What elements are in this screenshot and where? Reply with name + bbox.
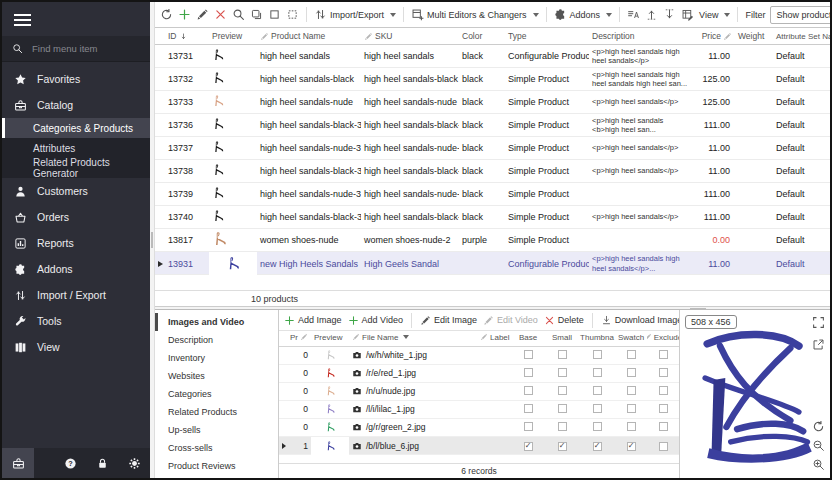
base-checkbox[interactable] (524, 404, 533, 413)
base-checkbox[interactable] (524, 422, 533, 431)
paste-special-icon[interactable] (286, 8, 299, 21)
column-header-small[interactable]: Small (545, 333, 579, 342)
tab-inventory[interactable]: Inventory (155, 349, 278, 367)
column-header-description[interactable]: Description (589, 31, 691, 41)
thumbnail-checkbox[interactable] (593, 386, 602, 395)
tab-related-products[interactable]: Related Products (155, 403, 278, 421)
sidebar-item-import-export[interactable]: Import / Export (2, 282, 150, 308)
image-row[interactable]: 0 /r/e/red_1.jpg (279, 365, 679, 383)
row-height-decrease-icon[interactable] (663, 8, 676, 21)
sidebar-item-favorites[interactable]: Favorites (2, 66, 150, 92)
swatch-checkbox[interactable] (627, 442, 636, 451)
thumbnail-checkbox[interactable] (593, 350, 602, 359)
column-header-weight[interactable]: Weight (735, 31, 773, 41)
auto-column-width-icon[interactable] (627, 8, 640, 21)
column-header-price[interactable]: Price (691, 31, 735, 41)
edit-grid-icon[interactable] (681, 8, 694, 21)
thumbnail-checkbox[interactable] (593, 368, 602, 377)
exclude-checkbox[interactable] (659, 368, 668, 377)
small-checkbox[interactable] (558, 422, 567, 431)
search-icon[interactable] (232, 8, 245, 21)
tab-description[interactable]: Description (155, 331, 278, 349)
fit-to-window-icon[interactable] (812, 316, 825, 329)
import-export-button[interactable]: Import/Export (314, 8, 396, 21)
sidebar-item-attributes[interactable]: Attributes (2, 138, 150, 158)
column-header-attribute-set[interactable]: Attribute Set Name (773, 32, 830, 41)
table-row[interactable]: 13736 high heel sandals-black-36 high he… (155, 114, 830, 137)
exclude-checkbox[interactable] (659, 350, 668, 359)
thumbnail-checkbox[interactable] (593, 422, 602, 431)
table-row[interactable]: 13733 high heel sandals-nude high heel s… (155, 91, 830, 114)
column-header-color[interactable]: Color (459, 31, 505, 41)
tab-cross-sells[interactable]: Cross-sells (155, 439, 278, 457)
sidebar-item-categories-products[interactable]: Categories & Products (2, 118, 150, 138)
swatch-checkbox[interactable] (627, 422, 636, 431)
multi-editors-button[interactable]: Multi Editors & Changers (411, 8, 539, 21)
swatch-checkbox[interactable] (627, 350, 636, 359)
view-button[interactable]: View (699, 10, 730, 20)
copy-icon[interactable] (250, 8, 263, 21)
small-checkbox[interactable] (558, 442, 567, 451)
small-checkbox[interactable] (558, 404, 567, 413)
sidebar-item-catalog[interactable]: Catalog (2, 92, 150, 118)
sidebar-search-input[interactable] (30, 42, 140, 55)
column-header-position[interactable]: Pr (287, 333, 311, 342)
column-header-label[interactable]: Label (477, 333, 511, 342)
small-checkbox[interactable] (558, 386, 567, 395)
image-row[interactable]: 0 /l/i/lilac_1.jpg (279, 401, 679, 419)
exclude-checkbox[interactable] (659, 442, 668, 451)
exclude-checkbox[interactable] (659, 404, 668, 413)
delete-product-icon[interactable] (214, 8, 227, 21)
table-row[interactable]: 13817 women shoes-nude women shoes-nude-… (155, 229, 830, 252)
filter-select[interactable]: Show products from selected categories (770, 6, 830, 24)
row-height-increase-icon[interactable] (645, 8, 658, 21)
column-header-id[interactable]: ID (165, 31, 209, 41)
add-product-icon[interactable] (178, 8, 191, 21)
swatch-checkbox[interactable] (627, 404, 636, 413)
tab-up-sells[interactable]: Up-sells (155, 421, 278, 439)
tab-websites[interactable]: Websites (155, 367, 278, 385)
thumbnail-checkbox[interactable] (593, 442, 602, 451)
base-checkbox[interactable] (524, 368, 533, 377)
swatch-checkbox[interactable] (627, 386, 636, 395)
column-header-exclude[interactable]: Exclude (647, 333, 679, 342)
addons-button[interactable]: Addons (554, 8, 613, 21)
rotate-icon[interactable] (812, 420, 825, 433)
tab-product-reviews[interactable]: Product Reviews (155, 457, 278, 475)
column-header-file-name[interactable]: File Name (349, 333, 477, 342)
catalog-mode-button[interactable] (2, 448, 34, 478)
tab-images-and-video[interactable]: Images and Video (155, 313, 278, 331)
menu-toggle-icon[interactable] (2, 2, 150, 36)
zoom-out-icon[interactable] (812, 439, 825, 452)
thumbnail-checkbox[interactable] (593, 404, 602, 413)
column-header-preview[interactable]: Preview (209, 31, 257, 41)
sidebar-item-customers[interactable]: Customers (2, 178, 150, 204)
delete-image-button[interactable]: Delete (544, 315, 584, 326)
checkbox-select-icon[interactable] (268, 8, 281, 21)
sidebar-item-related-products-generator[interactable]: Related Products Generator (2, 158, 150, 178)
sidebar-item-addons[interactable]: Addons (2, 256, 150, 282)
zoom-in-icon[interactable] (812, 458, 825, 471)
add-video-button[interactable]: Add Video (348, 315, 403, 326)
help-button[interactable] (54, 448, 86, 478)
image-row[interactable]: 0 /n/u/nude.jpg (279, 383, 679, 401)
lock-button[interactable] (86, 448, 118, 478)
base-checkbox[interactable] (524, 350, 533, 359)
edit-video-button[interactable]: Edit Video (483, 315, 538, 326)
image-row[interactable]: 0 /g/r/green_2.jpg (279, 419, 679, 437)
refresh-icon[interactable] (160, 8, 173, 21)
table-row[interactable]: 13737 high heel sandals-nude-36 high hee… (155, 137, 830, 160)
image-row-selected[interactable]: 1 /b/l/blue_6.jpg (279, 437, 679, 455)
column-header-preview[interactable]: Preview (311, 333, 349, 342)
add-image-button[interactable]: Add Image (284, 315, 342, 326)
sidebar-splitter[interactable] (150, 2, 155, 478)
table-row[interactable]: 13732 high heel sandals-black high heel … (155, 68, 830, 91)
table-row[interactable]: 13738 high heel sandals-black-37 high he… (155, 160, 830, 183)
small-checkbox[interactable] (558, 350, 567, 359)
settings-button[interactable] (118, 448, 150, 478)
column-header-swatch[interactable]: Swatch (615, 333, 647, 342)
edit-product-icon[interactable] (196, 8, 209, 21)
table-row-selected[interactable]: 13931 new High Heels Sandals High Geels … (155, 252, 830, 275)
exclude-checkbox[interactable] (659, 386, 668, 395)
edit-image-button[interactable]: Edit Image (420, 315, 477, 326)
